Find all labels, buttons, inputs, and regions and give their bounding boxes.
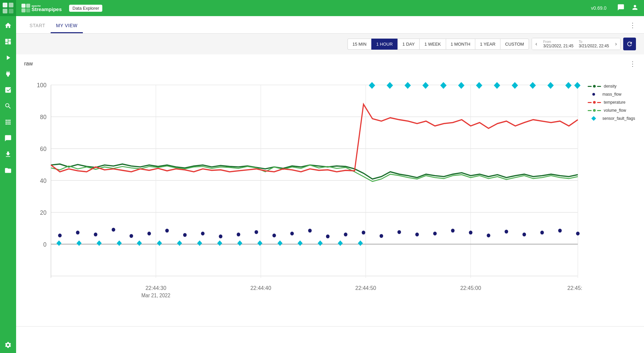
svg-rect-63	[565, 82, 572, 89]
svg-rect-42	[177, 241, 182, 246]
svg-rect-47	[277, 241, 282, 246]
svg-text:Streampipes: Streampipes	[32, 6, 62, 12]
app-name: apache Streampipes	[21, 3, 65, 13]
svg-rect-3	[9, 9, 13, 13]
svg-text:22:45:10: 22:45:10	[568, 285, 582, 292]
svg-point-82	[362, 231, 365, 235]
legend-sensor-fault-flags: sensor_fault_flags	[588, 116, 636, 121]
to-date-group: To 3/21/2022, 22:45	[579, 40, 609, 48]
svg-point-84	[397, 230, 401, 234]
time-btn-1month[interactable]: 1 MONTH	[446, 39, 475, 50]
refresh-button[interactable]	[623, 38, 636, 50]
svg-point-69	[129, 234, 133, 238]
svg-point-87	[451, 229, 455, 233]
svg-rect-46	[257, 241, 262, 246]
svg-rect-45	[237, 241, 242, 246]
chart-svg-area: 100 80 60 40 20 0 22:44:30 Mar 21, 2022 …	[24, 70, 582, 326]
legend-volume-flow: volume_flow	[588, 108, 636, 113]
sidebar-messages[interactable]	[0, 130, 16, 146]
svg-rect-61	[530, 82, 536, 89]
sidebar-apps[interactable]	[0, 114, 16, 130]
time-range-navigator: ‹ From 3/21/2022, 21:45 To 3/21/2022, 22…	[532, 38, 621, 50]
svg-rect-51	[358, 241, 363, 246]
svg-point-75	[237, 233, 240, 237]
svg-point-73	[201, 232, 205, 236]
time-btn-1year[interactable]: 1 YEAR	[475, 39, 500, 50]
svg-point-77	[272, 234, 276, 238]
legend-mass-flow: mass_flow	[588, 92, 636, 97]
svg-rect-40	[137, 241, 142, 246]
sidebar-search[interactable]	[0, 98, 16, 114]
svg-point-90	[504, 230, 508, 234]
tabs-more-icon[interactable]: ⋮	[629, 21, 636, 33]
svg-point-68	[112, 228, 115, 232]
svg-text:60: 60	[40, 145, 46, 152]
svg-text:22:45:00: 22:45:00	[460, 285, 481, 292]
svg-rect-56	[440, 82, 447, 89]
to-value: 3/21/2022, 22:45	[579, 44, 609, 48]
svg-rect-44	[217, 241, 222, 246]
svg-point-78	[290, 232, 294, 236]
svg-rect-36	[56, 241, 61, 246]
chart-wrapper: 100 80 60 40 20 0 22:44:30 Mar 21, 2022 …	[24, 70, 636, 326]
svg-point-79	[308, 229, 312, 233]
sidebar-play[interactable]	[0, 50, 16, 66]
svg-point-88	[469, 231, 473, 235]
from-date-group: From 3/21/2022, 21:45	[543, 40, 573, 48]
legend-temperature-label: temperature	[604, 100, 626, 105]
from-value: 3/21/2022, 21:45	[543, 44, 573, 48]
chart-legend: density mass_flow te	[582, 70, 636, 326]
sensor-fault-flags-series	[56, 82, 580, 246]
svg-rect-5	[26, 4, 30, 8]
sidebar	[0, 0, 16, 353]
data-explorer-badge: Data Explorer	[69, 5, 102, 12]
svg-point-71	[165, 229, 169, 233]
time-btn-1day[interactable]: 1 DAY	[397, 39, 420, 50]
sidebar-home[interactable]	[0, 17, 16, 34]
chart-more-icon[interactable]: ⋮	[629, 60, 636, 68]
sidebar-analytics[interactable]	[0, 82, 16, 98]
svg-rect-38	[97, 241, 102, 246]
svg-point-81	[344, 233, 347, 237]
svg-rect-50	[338, 241, 343, 246]
svg-rect-59	[494, 82, 500, 89]
svg-rect-57	[458, 82, 465, 89]
svg-point-74	[219, 235, 222, 239]
time-btn-1hour[interactable]: 1 HOUR	[371, 39, 397, 50]
sidebar-connect[interactable]	[0, 66, 16, 82]
svg-text:100: 100	[37, 82, 47, 89]
svg-point-85	[415, 233, 419, 237]
svg-rect-41	[157, 241, 162, 246]
time-prev-arrow[interactable]: ‹	[532, 38, 540, 50]
sidebar-settings[interactable]	[0, 337, 16, 353]
tab-my-view[interactable]: MY VIEW	[51, 19, 83, 33]
legend-volume-flow-label: volume_flow	[604, 108, 626, 113]
svg-point-83	[380, 234, 383, 238]
time-btn-custom[interactable]: CUSTOM	[500, 39, 529, 50]
legend-mass-flow-label: mass_flow	[602, 92, 622, 97]
svg-rect-54	[405, 82, 411, 89]
svg-text:22:44:50: 22:44:50	[355, 285, 376, 292]
svg-rect-62	[547, 82, 554, 89]
chart-container: raw ⋮	[16, 54, 644, 326]
time-btn-15min[interactable]: 15 MIN	[347, 39, 371, 50]
sidebar-download[interactable]	[0, 146, 16, 162]
user-avatar-icon[interactable]	[631, 4, 639, 13]
time-controls-bar: 15 MIN 1 HOUR 1 DAY 1 WEEK 1 MONTH 1 YEA…	[16, 34, 644, 54]
page-content: START MY VIEW ⋮ 15 MIN 1 HOUR 1 DAY 1 WE…	[16, 16, 644, 353]
svg-text:Mar 21, 2022: Mar 21, 2022	[142, 292, 170, 298]
svg-point-92	[540, 231, 544, 235]
notifications-icon[interactable]	[617, 4, 625, 13]
bottom-area	[16, 326, 644, 353]
tab-start[interactable]: START	[24, 19, 51, 33]
svg-point-76	[255, 230, 258, 234]
svg-rect-48	[298, 241, 303, 246]
sidebar-dashboard[interactable]	[0, 34, 16, 50]
svg-rect-49	[318, 241, 323, 246]
sidebar-files[interactable]	[0, 162, 16, 179]
svg-text:40: 40	[40, 177, 46, 184]
time-next-arrow[interactable]: ›	[612, 38, 620, 50]
svg-rect-52	[369, 82, 375, 89]
time-btn-1week[interactable]: 1 WEEK	[419, 39, 445, 50]
svg-rect-0	[3, 3, 7, 7]
